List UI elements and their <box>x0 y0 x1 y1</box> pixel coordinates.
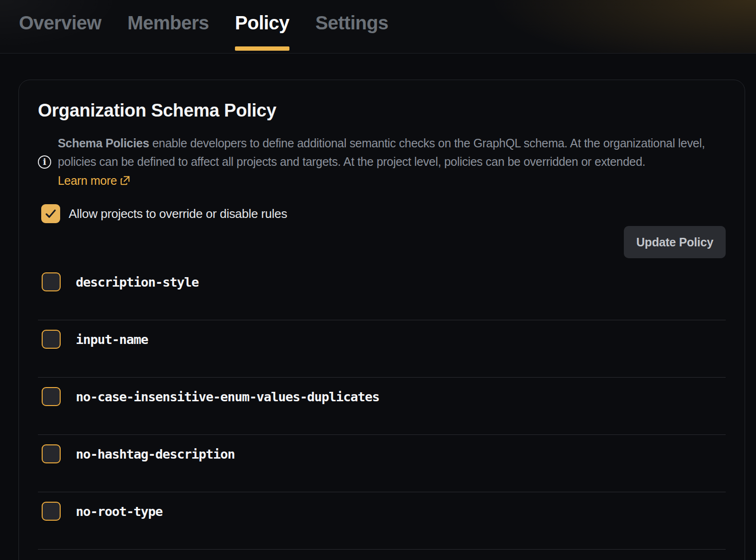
check-icon <box>45 209 56 218</box>
page-title: Organization Schema Policy <box>38 100 726 122</box>
allow-override-label: Allow projects to override or disable ru… <box>69 207 287 221</box>
info-icon: i <box>38 155 51 169</box>
rule-name: no-case-insensitive-enum-values-duplicat… <box>76 389 379 404</box>
button-row: Update Policy <box>38 226 726 258</box>
policy-page: Organization Schema Policy i Schema Poli… <box>0 80 756 560</box>
rule-row: no-root-type <box>38 492 726 550</box>
learn-more-link[interactable]: Learn more <box>58 174 130 187</box>
rules-list: description-styleinput-nameno-case-insen… <box>38 263 726 550</box>
rule-name: no-hashtag-description <box>76 447 235 461</box>
rule-checkbox[interactable] <box>42 387 61 406</box>
rule-checkbox[interactable] <box>42 444 61 463</box>
tab-list: OverviewMembersPolicySettings <box>0 0 756 53</box>
learn-more-label: Learn more <box>58 174 117 187</box>
org-tabs-bar: OverviewMembersPolicySettings <box>0 0 756 54</box>
tab-settings[interactable]: Settings <box>315 0 388 53</box>
policy-card: Organization Schema Policy i Schema Poli… <box>18 80 745 560</box>
rule-row: no-hashtag-description <box>38 435 726 492</box>
policy-description-callout: i Schema Policies enable developers to d… <box>38 134 726 190</box>
description-lead: Schema Policies <box>58 136 149 150</box>
description-body: enable developers to define additional s… <box>58 136 705 169</box>
rule-name: input-name <box>76 332 148 347</box>
update-policy-button[interactable]: Update Policy <box>624 226 726 258</box>
rule-row: description-style <box>38 263 726 320</box>
rule-row: no-case-insensitive-enum-values-duplicat… <box>38 378 726 435</box>
rule-name: no-root-type <box>76 504 162 519</box>
policy-description-text: Schema Policies enable developers to def… <box>58 134 717 190</box>
allow-override-checkbox[interactable] <box>41 204 60 223</box>
external-link-icon <box>120 175 130 186</box>
rule-row: input-name <box>38 320 726 378</box>
rule-checkbox[interactable] <box>42 502 61 521</box>
allow-override-row[interactable]: Allow projects to override or disable ru… <box>38 204 726 223</box>
rule-checkbox[interactable] <box>42 272 61 291</box>
tab-members[interactable]: Members <box>127 0 209 53</box>
rule-name: description-style <box>76 275 198 289</box>
tab-overview[interactable]: Overview <box>19 0 101 53</box>
tab-policy[interactable]: Policy <box>235 0 289 53</box>
rule-checkbox[interactable] <box>42 330 61 349</box>
